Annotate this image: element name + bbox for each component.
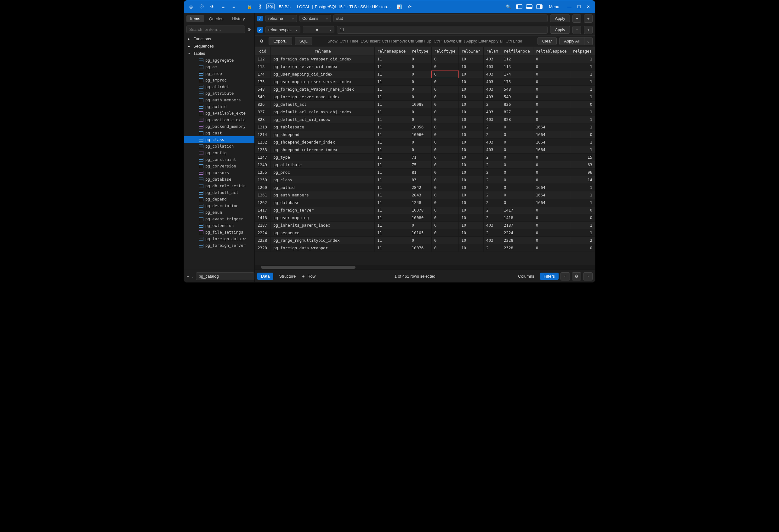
- cell[interactable]: 11: [375, 70, 409, 78]
- panel-left-icon[interactable]: [515, 2, 524, 11]
- cell[interactable]: 827: [255, 108, 271, 116]
- cell[interactable]: 0: [431, 63, 459, 70]
- filter-1-op-select[interactable]: Contains: [299, 15, 331, 22]
- cell[interactable]: 827: [501, 108, 533, 116]
- column-header-reltablespace[interactable]: reltablespace: [533, 47, 570, 55]
- cell[interactable]: 1: [570, 70, 595, 78]
- cell[interactable]: pg_authid: [271, 184, 375, 191]
- cell[interactable]: 0: [409, 55, 431, 63]
- column-header-relowner[interactable]: relowner: [459, 47, 484, 55]
- cell[interactable]: 549: [501, 93, 533, 101]
- filter-1-remove-button[interactable]: −: [573, 14, 581, 23]
- cell[interactable]: pg_user_mapping: [271, 214, 375, 222]
- filter-1-field-select[interactable]: relname: [265, 15, 297, 22]
- cell[interactable]: 0: [431, 191, 459, 199]
- filters-button[interactable]: Filters: [540, 273, 558, 280]
- cell[interactable]: 0: [533, 244, 570, 252]
- cell[interactable]: pg_database: [271, 199, 375, 206]
- page-prev-button[interactable]: ‹: [560, 272, 570, 280]
- cell[interactable]: 11: [375, 199, 409, 206]
- cell[interactable]: 0: [501, 191, 533, 199]
- tree-item-pg_attrdef[interactable]: pg_attrdef: [184, 83, 254, 90]
- cell[interactable]: 10056: [409, 123, 431, 131]
- cell[interactable]: 10105: [409, 229, 431, 237]
- tab-queries[interactable]: Queries: [205, 15, 227, 22]
- window-close-icon[interactable]: ✕: [587, 4, 590, 9]
- cell[interactable]: 826: [501, 101, 533, 108]
- cell[interactable]: 10: [459, 108, 484, 116]
- tree-item-pg_am[interactable]: pg_am: [184, 64, 254, 70]
- cell[interactable]: 1: [570, 146, 595, 154]
- cell[interactable]: pg_default_acl_oid_index: [271, 116, 375, 123]
- cell[interactable]: 10: [459, 184, 484, 191]
- tree-item-pg_available_exte[interactable]: pg_available_exte: [184, 117, 254, 123]
- filter-2-add-button[interactable]: ＋: [584, 26, 593, 34]
- cell[interactable]: 15: [570, 154, 595, 161]
- filter-2-value-input[interactable]: [337, 26, 548, 34]
- cell[interactable]: 11: [375, 161, 409, 169]
- cell[interactable]: 0: [431, 116, 459, 123]
- cell[interactable]: 0: [533, 169, 570, 176]
- table-row[interactable]: 1418pg_user_mapping11100800102141800: [255, 214, 595, 222]
- cell[interactable]: 1664: [533, 184, 570, 191]
- cell[interactable]: 1664: [533, 138, 570, 146]
- cell[interactable]: 1260: [255, 184, 271, 191]
- cell[interactable]: 1: [570, 116, 595, 123]
- cell[interactable]: 0: [409, 70, 431, 78]
- tab-items[interactable]: Items: [186, 15, 204, 22]
- cell[interactable]: 113: [501, 63, 533, 70]
- search-icon[interactable]: 🔍: [504, 2, 513, 11]
- cell[interactable]: 0: [533, 116, 570, 123]
- tree-item-pg_event_trigger[interactable]: pg_event_trigger: [184, 216, 254, 222]
- cell[interactable]: 10: [459, 199, 484, 206]
- chart-icon[interactable]: 📊: [395, 2, 404, 11]
- cell[interactable]: 1417: [501, 206, 533, 214]
- add-item-button[interactable]: ＋: [186, 274, 190, 279]
- cell[interactable]: 1: [570, 222, 595, 229]
- cell[interactable]: 1418: [501, 214, 533, 222]
- cell[interactable]: 11: [375, 191, 409, 199]
- cell[interactable]: 0: [431, 199, 459, 206]
- cell[interactable]: 11: [375, 184, 409, 191]
- cell[interactable]: 1: [570, 123, 595, 131]
- column-header-relpages[interactable]: relpages: [570, 47, 595, 55]
- cell[interactable]: 11: [375, 78, 409, 86]
- cell[interactable]: 403: [484, 86, 501, 93]
- table-row[interactable]: 1260pg_authid1128420102016641: [255, 184, 595, 191]
- horizontal-scrollbar[interactable]: [255, 265, 595, 270]
- tree-group-tables[interactable]: ▾Tables: [184, 50, 254, 57]
- clear-button[interactable]: Clear: [538, 37, 557, 45]
- cell[interactable]: 1: [570, 199, 595, 206]
- tree-item-pg_aggregate[interactable]: pg_aggregate: [184, 57, 254, 64]
- cell[interactable]: 1262: [255, 199, 271, 206]
- tab-history[interactable]: History: [228, 15, 248, 22]
- cell[interactable]: 83: [409, 176, 431, 184]
- cell[interactable]: 1259: [255, 176, 271, 184]
- cell[interactable]: 1: [570, 78, 595, 86]
- cell[interactable]: 1248: [409, 199, 431, 206]
- cell[interactable]: 10: [459, 237, 484, 244]
- cell[interactable]: 11: [375, 229, 409, 237]
- cell[interactable]: 1255: [255, 169, 271, 176]
- table-row[interactable]: 2328pg_foreign_data_wrapper1110076010223…: [255, 244, 595, 252]
- cell[interactable]: 0: [431, 214, 459, 222]
- table-row[interactable]: 548pg_foreign_data_wrapper_name_index110…: [255, 86, 595, 93]
- table-row[interactable]: 1262pg_database1112480102016641: [255, 199, 595, 206]
- cell[interactable]: 0: [409, 78, 431, 86]
- cell[interactable]: 2: [484, 169, 501, 176]
- tree-item-pg_foreign_server[interactable]: pg_foreign_server: [184, 242, 254, 249]
- cell[interactable]: 2: [484, 184, 501, 191]
- cell[interactable]: 175: [255, 78, 271, 86]
- cell[interactable]: 0: [431, 146, 459, 154]
- page-settings-button[interactable]: ⚙: [572, 272, 581, 280]
- tree-item-pg_conversion[interactable]: pg_conversion: [184, 163, 254, 170]
- cell[interactable]: 10: [459, 176, 484, 184]
- cell[interactable]: 0: [431, 222, 459, 229]
- cell[interactable]: 1664: [533, 123, 570, 131]
- cell[interactable]: 0: [533, 108, 570, 116]
- cell[interactable]: 0: [533, 161, 570, 169]
- cell[interactable]: 10076: [409, 244, 431, 252]
- cell[interactable]: 2843: [409, 191, 431, 199]
- panel-bottom-icon[interactable]: [525, 2, 534, 11]
- cell[interactable]: 10: [459, 222, 484, 229]
